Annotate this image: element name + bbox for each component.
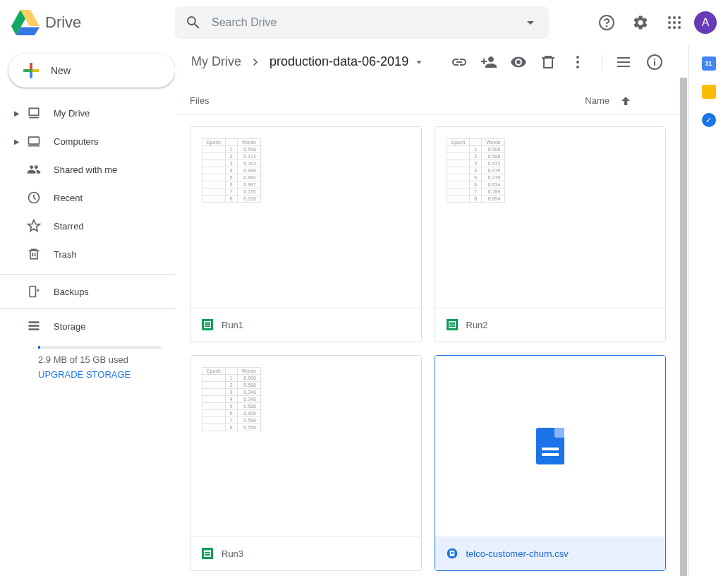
sidebar-item-recent[interactable]: Recent [0,184,175,212]
storage-icon [27,319,41,333]
expand-icon[interactable]: ▶ [14,109,18,117]
help-button[interactable] [593,8,621,37]
calendar-app-icon[interactable]: 31 [702,56,716,71]
breadcrumb-current[interactable]: production-data-06-2019 [265,52,430,72]
svg-rect-14 [29,321,40,323]
settings-button[interactable] [626,8,655,37]
eye-icon [510,54,527,71]
svg-point-18 [576,61,579,64]
drive-logo-icon [11,8,40,37]
file-name: Run2 [466,320,488,330]
header: Drive A [0,0,728,45]
link-button[interactable] [445,48,473,76]
person-add-icon [480,54,497,71]
list-view-button[interactable] [609,48,638,76]
svg-point-6 [673,21,676,24]
file-footer: Run1 [190,308,421,342]
svg-point-2 [668,16,671,19]
scrollbar[interactable] [679,78,688,576]
sidebar-item-my-drive[interactable]: ▶ My Drive [0,99,175,127]
gear-icon [632,14,649,31]
svg-point-5 [668,21,671,24]
file-name: Run3 [222,548,243,559]
delete-button[interactable] [534,48,562,76]
preview-thumbnail: EpochWords10.56820.17230.70340.94850.984… [202,138,261,203]
search-input[interactable] [212,16,522,29]
sidebar-item-backups[interactable]: Backups [0,277,175,306]
recent-icon [27,191,41,205]
file-card[interactable]: EpochWords10.56820.58830.34840.34850.588… [190,355,422,571]
logo-section[interactable]: Drive [11,8,175,37]
side-panel: 31 ✓ [688,45,728,576]
trash-icon [27,247,41,261]
sidebar: New ▶ My Drive ▶ Computers Shared with m… [0,45,175,576]
svg-rect-16 [29,328,40,330]
search-box[interactable] [175,6,549,39]
shared-icon [27,162,41,176]
svg-point-4 [678,16,681,19]
upgrade-link[interactable]: UPGRADE STORAGE [38,369,161,380]
sidebar-item-label: Starred [54,221,84,232]
name-column-label: Name [585,95,609,106]
svg-point-8 [668,26,671,29]
breadcrumb-current-label: production-data-06-2019 [269,54,408,69]
file-card-selected[interactable]: telco-customer-churn.csv [435,355,667,571]
svg-rect-13 [30,287,35,297]
dropdown-icon [413,56,425,68]
preview-button[interactable] [504,48,533,76]
svg-point-9 [673,26,676,29]
my-drive-icon [27,106,41,120]
svg-rect-23 [451,552,454,553]
file-card[interactable]: EpochWords10.58820.58830.47240.47950.279… [435,126,667,342]
file-preview: EpochWords10.56820.58830.34840.34850.588… [190,356,421,536]
sheets-icon [202,319,213,330]
svg-rect-11 [29,137,40,144]
app-title: Drive [45,13,81,32]
svg-point-3 [673,16,676,19]
sidebar-item-shared[interactable]: Shared with me [0,155,175,184]
tasks-app-icon[interactable]: ✓ [702,113,716,127]
sidebar-item-storage[interactable]: Storage [0,312,175,340]
new-button[interactable]: New [8,54,175,88]
toolbar: My Drive production-data-06-2019 [176,45,680,78]
storage-bar [38,346,161,349]
keep-app-icon[interactable] [702,85,716,99]
more-button[interactable] [564,48,592,76]
help-icon [598,14,615,31]
sidebar-item-trash[interactable]: Trash [0,240,175,268]
breadcrumb: My Drive production-data-06-2019 [187,52,430,72]
info-button[interactable] [641,48,669,76]
file-type-icon [447,548,458,559]
sidebar-item-label: Backups [54,287,89,297]
star-icon [27,219,41,233]
file-actions [445,48,592,76]
breadcrumb-root[interactable]: My Drive [187,52,245,72]
file-large-icon [536,428,564,464]
file-name: Run1 [222,320,243,330]
apps-button[interactable] [660,8,688,37]
name-column-header[interactable]: Name [585,95,632,107]
sidebar-item-label: Shared with me [54,164,117,175]
info-icon [646,54,663,71]
svg-rect-24 [451,553,454,554]
sidebar-item-label: My Drive [54,108,90,119]
plus-icon [20,59,42,82]
search-container [175,6,549,39]
preview-thumbnail: EpochWords10.56820.58830.34840.34850.588… [202,367,261,431]
file-footer: telco-customer-churn.csv [435,536,666,570]
share-button[interactable] [475,48,503,76]
sidebar-item-starred[interactable]: Starred [0,212,175,240]
sidebar-item-computers[interactable]: ▶ Computers [0,127,175,155]
link-icon [451,54,468,71]
file-card[interactable]: EpochWords10.56820.17230.70340.94850.984… [190,126,422,342]
sidebar-item-label: Trash [54,249,77,260]
file-footer: Run2 [435,308,666,342]
divider [602,54,602,71]
more-vert-icon [569,54,586,71]
divider [0,308,175,309]
file-preview: EpochWords10.58820.58830.47240.47950.279… [435,127,666,308]
expand-icon[interactable]: ▶ [14,138,18,145]
avatar[interactable]: A [694,11,717,34]
dropdown-icon[interactable] [522,14,539,31]
main-content: My Drive production-data-06-2019 [175,45,688,576]
